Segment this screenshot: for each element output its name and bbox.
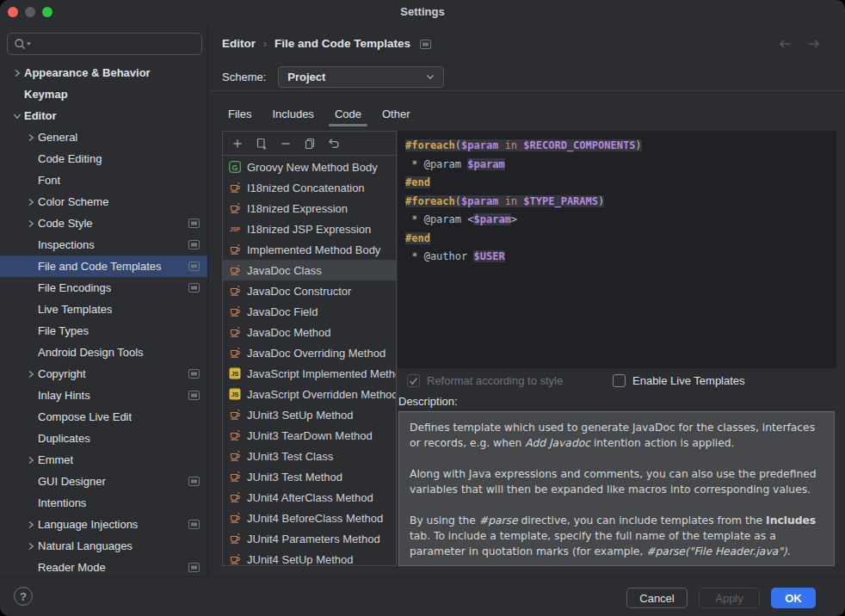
template-item-groovy-new-method-body[interactable]: GGroovy New Method Body [223,157,396,177]
sidebar-item-compose-live-edit[interactable]: Compose Live Edit [0,406,207,428]
template-list-toolbar [223,132,396,156]
sidebar-item-copyright[interactable]: Copyright [0,363,207,385]
apply-button[interactable]: Apply [699,588,760,608]
sidebar-item-language-injections[interactable]: Language Injections [0,514,207,535]
chevron-right-icon[interactable] [10,69,24,77]
chevron-right-icon[interactable] [24,456,38,465]
sidebar-item-inlay-hints[interactable]: Inlay Hints [0,385,207,406]
sidebar-item-intentions[interactable]: Intentions [0,492,207,514]
chevron-right-icon[interactable] [24,133,38,142]
breadcrumb-editor[interactable]: Editor [222,37,256,50]
back-arrow-icon[interactable] [778,38,793,50]
code-line: #end [405,230,829,249]
scheme-dropdown[interactable]: Project [278,66,444,88]
template-item-javadoc-field[interactable]: JavaDoc Field [223,301,396,322]
dialog-footer: ? Cancel Apply OK [0,576,845,616]
sidebar-item-label: General [38,131,77,144]
chevron-right-icon[interactable] [24,198,38,206]
chevron-right-icon[interactable] [24,542,38,551]
enable-live-templates-checkbox[interactable] [613,374,626,387]
template-item-junit3-test-method[interactable]: JUnit3 Test Method [223,466,396,487]
template-item-i18nized-expression[interactable]: I18nized Expression [223,198,396,219]
settings-content: Editor › File and Code Templates Scheme:… [209,24,845,576]
sidebar-item-label: File and Code Templates [38,260,162,273]
sidebar-item-appearance-behavior[interactable]: Appearance & Behavior [0,62,207,83]
sidebar-item-natural-languages[interactable]: Natural Languages [0,535,207,557]
reformat-checkbox[interactable] [407,374,420,387]
sidebar-item-emmet[interactable]: Emmet [0,449,207,471]
sidebar-item-code-style[interactable]: Code Style [0,213,207,234]
sidebar-item-editor[interactable]: Editor [0,105,207,126]
chevron-down-icon[interactable] [10,113,24,120]
sidebar-item-label: Reader Mode [38,561,106,574]
tab-includes[interactable]: Includes [272,108,313,120]
tab-other[interactable]: Other [382,108,410,120]
template-item-junit3-teardown-method[interactable]: JUnit3 TearDown Method [223,425,396,446]
reset-template-button[interactable] [327,137,341,151]
sidebar-item-reader-mode[interactable]: Reader Mode [0,557,207,576]
ok-button[interactable]: OK [771,588,816,608]
template-item-i18nized-jsp-expression[interactable]: JSPI18nized JSP Expression [223,219,396,239]
template-item-junit4-parameters-method[interactable]: JUnit4 Parameters Method [223,528,396,549]
template-item-label: Groovy New Method Body [247,161,378,174]
sidebar-item-inspections[interactable]: Inspections [0,234,207,256]
template-item-javascript-implemented-method[interactable]: JSJavaScript Implemented Method [223,363,396,384]
tab-files[interactable]: Files [228,108,251,120]
chevron-right-icon[interactable] [24,219,38,228]
template-code-editor[interactable]: #foreach($param in $RECORD_COMPONENTS) *… [398,131,836,368]
per-project-monitor-icon [188,477,200,486]
sidebar-item-color-scheme[interactable]: Color Scheme [0,191,207,213]
template-item-junit4-afterclass-method[interactable]: JUnit4 AfterClass Method [223,487,396,508]
sidebar-item-file-types[interactable]: File Types [0,320,207,342]
minimize-window-button[interactable] [25,7,35,17]
help-button[interactable]: ? [14,587,33,606]
close-window-button[interactable] [8,7,18,17]
template-item-javadoc-method[interactable]: JavaDoc Method [223,322,396,342]
sidebar-item-file-and-code-templates[interactable]: File and Code Templates [0,256,207,277]
search-input[interactable] [7,33,202,55]
java-file-icon [229,429,241,441]
zoom-window-button[interactable] [42,7,52,17]
create-child-template-button[interactable] [255,137,268,151]
template-item-javascript-overridden-method[interactable]: JSJavaScript Overridden Method [223,384,396,404]
code-line: #foreach($param in $RECORD_COMPONENTS) [405,137,829,156]
description-paragraph: By using the #parse directive, you can i… [410,513,823,559]
sidebar-item-label: Code Style [38,217,93,230]
scheme-label: Scheme: [222,71,266,83]
template-item-javadoc-class[interactable]: JavaDoc Class [223,260,396,280]
sidebar-item-label: Language Injections [38,518,138,531]
sidebar-item-gui-designer[interactable]: GUI Designer [0,471,207,492]
template-item-javadoc-constructor[interactable]: JavaDoc Constructor [223,280,396,301]
window-title: Settings [0,0,845,24]
sidebar-item-android-design-tools[interactable]: Android Design Tools [0,342,207,363]
per-project-monitor-icon [188,520,200,529]
sidebar-item-live-templates[interactable]: Live Templates [0,299,207,320]
chevron-right-icon[interactable] [24,370,38,379]
sidebar-item-file-encodings[interactable]: File Encodings [0,277,207,299]
sidebar-item-code-editing[interactable]: Code Editing [0,148,207,169]
template-item-label: JavaDoc Constructor [247,285,351,298]
template-item-junit3-setup-method[interactable]: JUnit3 SetUp Method [223,404,396,425]
duplicate-template-button[interactable] [303,137,317,151]
per-project-monitor-icon [188,240,200,249]
sidebar-item-keymap[interactable]: Keymap [0,83,207,105]
remove-template-button[interactable] [279,137,293,151]
sidebar-item-font[interactable]: Font [0,169,207,191]
sidebar-item-duplicates[interactable]: Duplicates [0,428,207,449]
tab-code[interactable]: Code [335,108,361,120]
template-item-implemented-method-body[interactable]: Implemented Method Body [223,239,396,260]
template-item-javadoc-overriding-method[interactable]: JavaDoc Overriding Method [223,342,396,363]
settings-window: Settings Appearance & BehaviorKeymapEdit… [0,0,845,616]
svg-text:JS: JS [231,371,239,377]
cancel-button[interactable]: Cancel [626,588,688,608]
template-item-junit3-test-class[interactable]: JUnit3 Test Class [223,446,396,466]
forward-arrow-icon[interactable] [806,38,821,50]
template-item-junit4-beforeclass-method[interactable]: JUnit4 BeforeClass Method [223,508,396,528]
java-file-icon [229,409,241,421]
sidebar-item-general[interactable]: General [0,126,207,148]
template-item-junit4-setup-method[interactable]: JUnit4 SetUp Method [223,549,396,565]
add-template-button[interactable] [231,137,244,151]
groovy-file-icon: G [229,161,241,173]
template-item-i18nized-concatenation[interactable]: I18nized Concatenation [223,177,396,198]
chevron-right-icon[interactable] [24,521,38,529]
